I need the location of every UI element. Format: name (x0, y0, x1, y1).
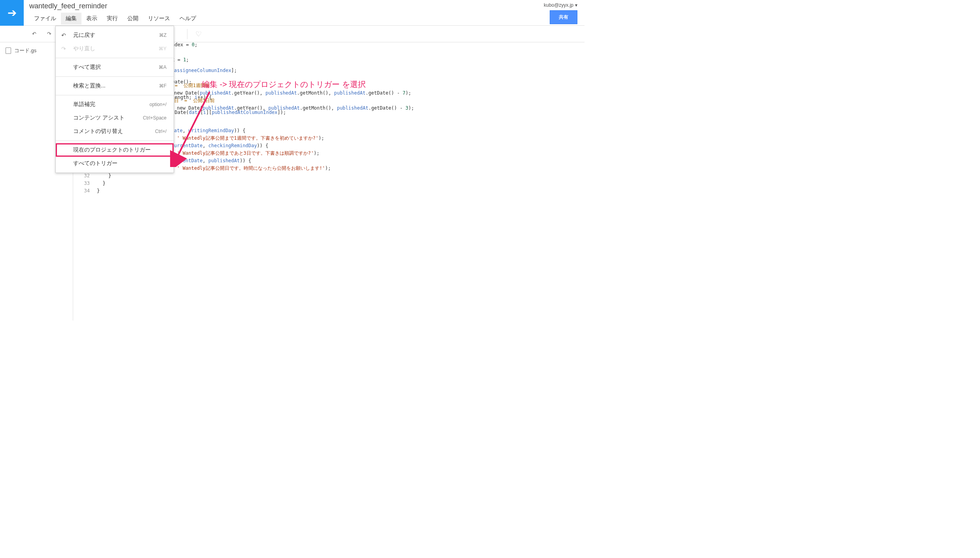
menu-resources[interactable]: リソース (143, 13, 175, 25)
project-title[interactable]: wantedly_feed_reminder (29, 2, 544, 10)
redo-button[interactable]: ↷ (42, 28, 56, 40)
undo-icon: ↶ (61, 32, 66, 38)
menu-help[interactable]: ヘルプ (175, 13, 201, 25)
separator (56, 95, 174, 95)
menu-view[interactable]: 表示 (81, 13, 102, 25)
menu-all-triggers[interactable]: すべてのトリガー (56, 157, 174, 170)
menu-undo[interactable]: ↶ 元に戻す⌘Z (56, 28, 174, 42)
separator (56, 76, 174, 77)
hint-button[interactable]: ♡ (191, 28, 206, 40)
menu-current-project-triggers[interactable]: 現在のプロジェクトのトリガー (56, 143, 174, 157)
app-logo[interactable]: ➔ (0, 0, 24, 26)
menu-content-assist[interactable]: コンテンツ アシストCtrl+Space (56, 111, 174, 125)
menu-select-all[interactable]: すべて選択⌘A (56, 61, 174, 74)
undo-button[interactable]: ↶ (27, 28, 41, 40)
menu-redo: ↷ やり直し⌘Y (56, 42, 174, 55)
share-button[interactable]: 共有 (550, 10, 577, 24)
menu-publish[interactable]: 公開 (123, 13, 143, 25)
file-icon (6, 47, 11, 54)
user-email[interactable]: kubo@zyyx.jp ▾ (544, 2, 577, 8)
menu-toggle-comment[interactable]: コメントの切り替えCtrl+/ (56, 125, 174, 138)
separator (187, 29, 187, 39)
undo-icon: ↶ (32, 31, 36, 37)
arrow-right-icon: ➔ (8, 6, 17, 19)
redo-icon: ↷ (47, 31, 51, 37)
menu-word-complete[interactable]: 単語補完option+/ (56, 98, 174, 111)
menu-find-replace[interactable]: 検索と置換...⌘F (56, 79, 174, 93)
chevron-down-icon: ▾ (575, 2, 577, 8)
menubar: ファイル 編集 表示 実行 公開 リソース ヘルプ (29, 13, 544, 25)
menu-run[interactable]: 実行 (102, 13, 123, 25)
header: ➔ wantedly_feed_reminder ファイル 編集 表示 実行 公… (0, 0, 585, 26)
redo-icon: ↷ (61, 46, 66, 52)
lightbulb-icon: ♡ (195, 30, 202, 38)
separator (56, 140, 174, 141)
menu-file[interactable]: ファイル (29, 13, 61, 25)
file-name-label: コード.gs (14, 47, 36, 54)
separator (56, 58, 174, 58)
menu-edit[interactable]: 編集 (61, 13, 81, 25)
edit-menu-dropdown: ↶ 元に戻す⌘Z ↷ やり直し⌘Y すべて選択⌘A 検索と置換...⌘F 単語補… (55, 26, 174, 173)
